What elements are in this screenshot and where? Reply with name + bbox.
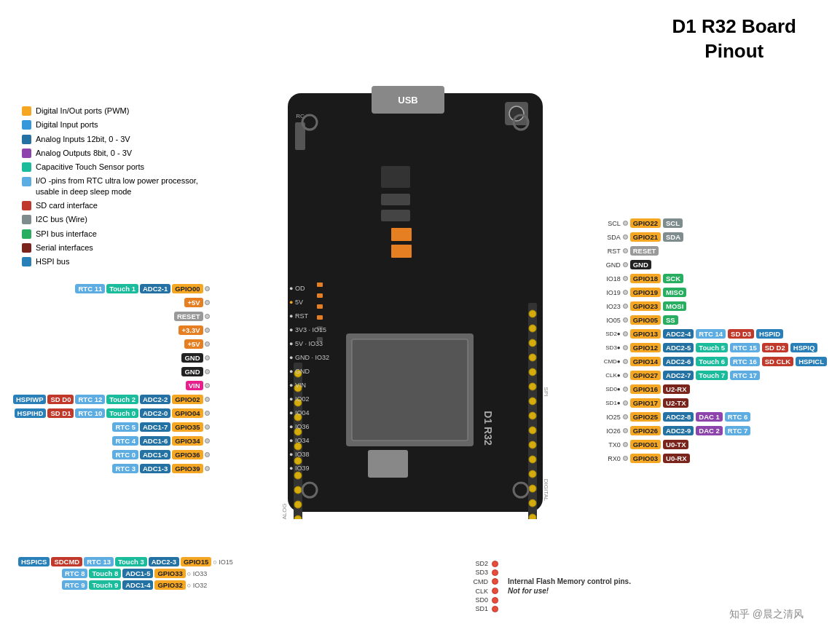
legend-item-3: Analog Inputs 12bit, 0 - 3V (22, 134, 203, 144)
board-left-io-labels: ● OD ● 5V ● RST ● 3V3 · IO15 ● 5V · IO33… (289, 283, 329, 476)
left-pins-container: RTC 11 Touch 1 ADC2-1 GPIO00 +5V RESET +… (13, 283, 210, 476)
right-ss-badge: SS (663, 315, 678, 325)
left-gpio00: GPIO00 (172, 284, 203, 293)
legend-item-5: Capacitive Touch Sensor ports (22, 162, 203, 172)
right-u0tx-badge: U0-TX (663, 440, 688, 449)
left-adc20: ADC2-0 (140, 408, 170, 418)
right-io-io26: IO26 (600, 427, 621, 435)
right-io-io13: SD2● (600, 331, 621, 337)
right-hspid-badge: HSPID (756, 329, 783, 339)
flash-title: Internal Flash Memory control pins. (508, 577, 631, 585)
left-sdd0: SD D0 (47, 395, 74, 404)
left-adc21: ADC2-1 (140, 284, 170, 293)
svg-rect-10 (391, 228, 412, 241)
right-io-io05: IO05 (600, 317, 621, 324)
svg-text:D1 R32: D1 R32 (482, 411, 494, 446)
bot-cmd-label: CMD (466, 578, 488, 585)
right-gpio13-badge: GPIO13 (630, 329, 661, 339)
left-reset: RESET (174, 312, 203, 321)
right-gpio12-badge: GPIO12 (630, 343, 661, 352)
right-rtc6-badge: RTC 6 (725, 412, 750, 422)
left-adc13: ADC1-3 (140, 464, 170, 473)
right-io-io23: IO23 (600, 303, 621, 310)
bot-sdcmd: SDCMD (51, 557, 82, 566)
right-sdd2-badge: SD D2 (762, 343, 788, 352)
svg-rect-11 (391, 245, 412, 258)
left-touch2: Touch 2 (106, 395, 138, 404)
svg-point-33 (529, 383, 536, 390)
right-touch5-badge: Touch 5 (696, 343, 728, 352)
legend-item-4: Analog Outputs 8bit, 0 - 3V (22, 148, 203, 158)
right-gpio14-badge: GPIO14 (630, 357, 661, 366)
left-gpio02: GPIO02 (172, 395, 203, 404)
right-io-io18: IO18 (600, 275, 621, 283)
bottom-left-pins: HSPICS SDCMD RTC 13 Touch 3 ADC2-3 GPIO1… (18, 557, 233, 592)
right-gpio03-badge: GPIO03 (630, 454, 661, 463)
left-gpio04: GPIO04 (172, 408, 203, 418)
legend-item-7: SD card interface (22, 200, 203, 210)
svg-rect-47 (352, 339, 468, 441)
right-sck-badge: SCK (663, 274, 683, 283)
right-mosi-badge: MOSI (663, 301, 686, 311)
right-rtc14-badge: RTC 14 (696, 329, 726, 339)
svg-point-36 (529, 427, 536, 434)
left-touch0: Touch 0 (106, 408, 138, 418)
bot-adc15: ADC1-5 (122, 569, 153, 578)
left-gpio36: GPIO36 (172, 450, 203, 459)
legend-item-9: SPI bus interface (22, 229, 203, 239)
left-adc22: ADC2-2 (140, 395, 170, 404)
right-gpio21-badge: GPIO21 (630, 232, 661, 242)
right-u2tx-badge: U2-TX (663, 398, 688, 408)
svg-point-4 (509, 106, 524, 121)
right-pins-container: SCL GPIO22 SCL SDA GPIO21 SDA RST RESET … (600, 217, 827, 466)
right-rtc15-badge: RTC 15 (730, 343, 760, 352)
bot-gpio15: GPIO15 (181, 557, 211, 566)
right-gpio22-badge: GPIO22 (630, 218, 661, 228)
right-adc26-badge: ADC2-6 (663, 357, 694, 366)
left-rtc5: RTC 5 (112, 422, 138, 432)
bot-touch8: Touch 8 (89, 569, 121, 578)
right-io-rx0: RX0 (600, 455, 621, 462)
bot-rtc9: RTC 9 (62, 580, 87, 590)
svg-point-32 (529, 368, 536, 376)
left-gnd-1: GND (181, 353, 203, 363)
right-adc24-badge: ADC2-4 (663, 329, 694, 339)
bot-rtc8: RTC 8 (62, 569, 87, 578)
svg-text:ANALOG: ANALOG (281, 503, 288, 519)
right-gpio23-badge: GPIO23 (630, 301, 661, 311)
bot-rtc13: RTC 13 (84, 557, 114, 566)
left-sdd1: SD D1 (47, 408, 74, 418)
right-rtc17-badge: RTC 17 (730, 371, 760, 380)
bot-touch3: Touch 3 (115, 557, 147, 566)
left-gnd-2: GND (181, 367, 203, 376)
right-gpio19-badge: GPIO19 (630, 288, 661, 297)
right-adc25-badge: ADC2-5 (663, 343, 694, 352)
bot-adc23: ADC2-3 (149, 557, 179, 566)
legend-item-1: Digital In/Out ports (PWM) (22, 106, 203, 116)
left-hspihd: HSPIHD (15, 408, 47, 418)
bot-adc14: ADC1-4 (122, 580, 153, 590)
legend-item-8: I2C bus (Wire) (22, 214, 203, 224)
right-adc28-badge: ADC2-8 (663, 412, 694, 422)
legend-item-2: Digital Input ports (22, 119, 203, 130)
left-gpio34: GPIO34 (172, 436, 203, 446)
svg-point-30 (529, 339, 536, 347)
right-u2rx-badge: U2-RX (663, 384, 690, 394)
right-io-io14: CMD● (600, 358, 621, 365)
legend-item-10: Serial interfaces (22, 242, 203, 253)
left-5v-1: +5V (184, 298, 203, 307)
right-sdclk-badge: SD CLK (762, 357, 793, 366)
right-dac1-badge: DAC 1 (696, 412, 723, 422)
legend: Digital In/Out ports (PWM) Digital Input… (22, 106, 203, 271)
svg-point-39 (529, 470, 536, 478)
svg-rect-9 (381, 210, 410, 221)
right-rtc16-badge: RTC 16 (730, 357, 760, 366)
bot-gpio33: GPIO33 (154, 569, 185, 578)
left-adc17: ADC1-7 (140, 422, 170, 432)
svg-point-41 (529, 499, 536, 507)
right-io-gnd: GND (600, 261, 621, 269)
right-touch7-badge: Touch 7 (696, 371, 728, 380)
right-sdd3-badge: SD D3 (728, 329, 754, 339)
right-hspicl-badge: HSPICL (796, 357, 827, 366)
left-hspiwp: HSPIWP (13, 395, 46, 404)
